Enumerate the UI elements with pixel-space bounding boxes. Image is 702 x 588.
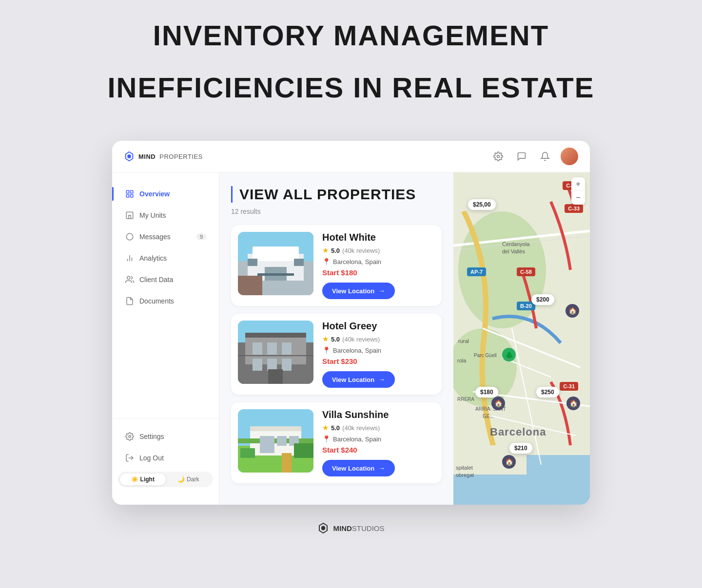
svg-rect-30 xyxy=(253,359,262,371)
sidebar-bottom: Settings Log Out ☀️Light 🌙Dark xyxy=(112,418,219,493)
logo-mind: MIND xyxy=(138,153,156,160)
sidebar: Overview My Units xyxy=(112,172,219,505)
svg-rect-38 xyxy=(250,426,301,431)
sidebar-item-analytics[interactable]: Analytics xyxy=(118,248,213,268)
property-info-hotel-white: Hotel White ★ 5.0 (40k reviews) 📍 Barcel… xyxy=(313,232,435,299)
logout-icon xyxy=(125,453,135,463)
section-title: VIEW ALL PROPERTIES xyxy=(239,186,442,203)
topbar: MINDPROPERTIES xyxy=(112,141,590,172)
svg-rect-29 xyxy=(282,342,292,355)
sidebar-item-my-units[interactable]: My Units xyxy=(118,206,213,225)
theme-dark-btn[interactable]: 🌙Dark xyxy=(166,474,212,485)
sidebar-label-overview: Overview xyxy=(139,190,170,198)
svg-rect-39 xyxy=(238,438,313,443)
property-price-hotel-white: Start $180 xyxy=(322,268,435,277)
star-icon: ★ xyxy=(322,335,329,343)
property-location-hotel-greey: 📍 Barcelona, Spain xyxy=(322,346,435,354)
map-badge-c58: C-58 xyxy=(517,267,535,276)
avatar[interactable] xyxy=(561,148,578,165)
logo-properties: PROPERTIES xyxy=(159,153,203,160)
view-location-btn-hotel-greey[interactable]: View Location → xyxy=(322,371,395,388)
pin-icon: 📍 xyxy=(322,346,331,354)
property-info-villa-sunshine: Villa Sunshine ★ 5.0 (40k reviews) 📍 Bar… xyxy=(313,409,435,476)
star-icon: ★ xyxy=(322,246,329,255)
arrow-icon: → xyxy=(378,376,385,383)
svg-rect-3 xyxy=(126,195,129,197)
sidebar-item-overview[interactable]: Overview xyxy=(118,184,213,204)
sidebar-item-client-data[interactable]: Client Data xyxy=(118,270,213,289)
hotel-white-illustration xyxy=(238,232,313,295)
theme-toggle: ☀️Light 🌙Dark xyxy=(118,472,213,487)
sidebar-label-documents: Documents xyxy=(139,297,174,305)
villa-sunshine-illustration xyxy=(238,409,313,473)
app-window: MINDPROPERTIES xyxy=(112,141,590,505)
svg-point-0 xyxy=(497,155,500,158)
map-zoom-out-btn[interactable]: − xyxy=(571,191,585,205)
arrow-icon: → xyxy=(378,464,385,472)
map-zoom-in-btn[interactable]: + xyxy=(571,177,585,191)
map-badge-ap7: AP-7 xyxy=(467,267,486,276)
svg-rect-2 xyxy=(131,191,133,193)
svg-rect-21 xyxy=(238,276,262,295)
page-headline: INVENTORY MANAGEMENT INEFFICIENCIES IN R… xyxy=(108,19,595,123)
property-rating-villa-sunshine: ★ 5.0 (40k reviews) xyxy=(322,423,435,432)
footer-mind: MINDSTUDIOS xyxy=(333,524,384,532)
theme-light-btn[interactable]: ☀️Light xyxy=(120,474,166,485)
view-location-btn-hotel-white[interactable]: View Location → xyxy=(322,283,395,299)
map-price-210: $210 xyxy=(509,443,532,454)
svg-point-11 xyxy=(129,436,131,438)
map-price-200: $200 xyxy=(531,294,554,305)
map-price-180: $180 xyxy=(475,387,498,398)
map-badge-c33: C-33 xyxy=(565,204,583,213)
map-area-cerdanyola: Cerdanyoladel Vallès xyxy=(502,241,529,255)
property-info-hotel-greey: Hotel Greey ★ 5.0 (40k reviews) 📍 Barcel… xyxy=(313,321,435,388)
svg-rect-33 xyxy=(268,369,283,384)
sidebar-item-settings[interactable]: Settings xyxy=(118,427,213,446)
sidebar-label-client-data: Client Data xyxy=(139,276,173,284)
svg-rect-28 xyxy=(267,342,277,355)
building-icon xyxy=(125,210,135,220)
svg-rect-31 xyxy=(267,359,277,371)
footer-logo-icon xyxy=(317,522,329,534)
map-zoom-controls: + − xyxy=(571,177,585,205)
logo: MINDPROPERTIES xyxy=(124,151,203,162)
grid-icon xyxy=(125,189,135,199)
property-rating-hotel-greey: ★ 5.0 (40k reviews) xyxy=(322,335,435,343)
headline-line1: INVENTORY MANAGEMENT xyxy=(108,19,595,52)
sidebar-item-documents[interactable]: Documents xyxy=(118,291,213,311)
chat-icon[interactable] xyxy=(514,149,529,164)
map-area-parc-guell: Parc Güell xyxy=(474,353,497,358)
content-area: VIEW ALL PROPERTIES 12 results xyxy=(219,172,453,505)
map-area-spitalet: spitalet xyxy=(456,465,473,471)
hotel-grey-illustration xyxy=(238,321,313,384)
svg-rect-45 xyxy=(294,443,313,458)
property-image-hotel-greey xyxy=(238,321,313,384)
svg-rect-26 xyxy=(245,333,306,338)
property-price-villa-sunshine: Start $240 xyxy=(322,446,435,454)
map-svg xyxy=(453,172,590,505)
gear-icon xyxy=(125,432,135,441)
star-icon: ★ xyxy=(322,423,329,432)
property-price-hotel-greey: Start $230 xyxy=(322,357,435,365)
bell-icon[interactable] xyxy=(537,149,553,164)
property-location-villa-sunshine: 📍 Barcelona, Spain xyxy=(322,435,435,443)
map-badge-c31: C-31 xyxy=(560,382,578,391)
sidebar-label-my-units: My Units xyxy=(139,211,166,219)
property-name-hotel-white: Hotel White xyxy=(322,232,435,243)
svg-rect-16 xyxy=(253,247,299,261)
property-image-hotel-white xyxy=(238,232,313,295)
svg-point-10 xyxy=(127,277,130,280)
sidebar-item-logout[interactable]: Log Out xyxy=(118,448,213,468)
svg-rect-17 xyxy=(248,259,257,266)
property-card-villa-sunshine: Villa Sunshine ★ 5.0 (40k reviews) 📍 Bar… xyxy=(231,402,442,483)
footer-brand: MINDSTUDIOS xyxy=(317,522,384,534)
sidebar-item-messages[interactable]: Messages 9 xyxy=(118,227,213,247)
property-name-villa-sunshine: Villa Sunshine xyxy=(322,409,435,420)
svg-rect-22 xyxy=(257,273,294,276)
svg-rect-4 xyxy=(131,195,133,197)
arrow-icon: → xyxy=(378,287,385,295)
pin-icon: 📍 xyxy=(322,435,331,443)
property-card-hotel-greey: Hotel Greey ★ 5.0 (40k reviews) 📍 Barcel… xyxy=(231,314,442,395)
view-location-btn-villa-sunshine[interactable]: View Location → xyxy=(322,460,395,476)
settings-icon[interactable] xyxy=(490,149,506,164)
